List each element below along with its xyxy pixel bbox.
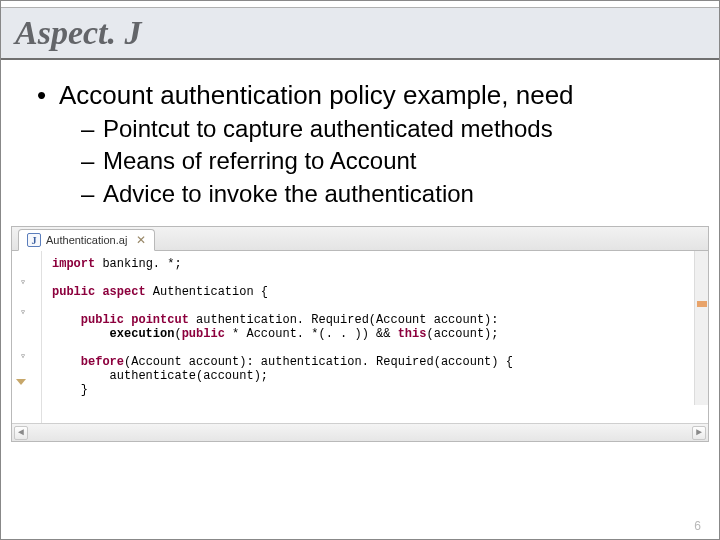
tab-label: Authentication.aj <box>46 234 127 246</box>
dash-icon: – <box>81 145 103 177</box>
scroll-left-button[interactable]: ◄ <box>14 426 28 440</box>
scroll-right-button[interactable]: ► <box>692 426 706 440</box>
code-text: } <box>52 383 88 397</box>
fold-toggle-icon[interactable]: ▿ <box>16 277 30 287</box>
close-icon[interactable]: ✕ <box>132 233 146 247</box>
bullet-text: Account authentication policy example, n… <box>59 78 574 113</box>
advice-marker-icon <box>16 379 26 385</box>
code-text: (account); <box>426 327 498 341</box>
kw-public: public <box>81 313 124 327</box>
editor-body: ▿ ▿ ▿ import banking. *; public aspect A… <box>12 251 708 423</box>
code-editor: J Authentication.aj ✕ ▿ ▿ ▿ import banki… <box>11 226 709 442</box>
kw-public: public <box>52 285 95 299</box>
editor-tab[interactable]: J Authentication.aj ✕ <box>18 229 155 251</box>
title-band: Aspect. J <box>1 7 719 60</box>
kw-public: public <box>182 327 225 341</box>
sub-item: – Advice to invoke the authentication <box>81 178 683 210</box>
slide-body: • Account authentication policy example,… <box>1 60 719 210</box>
sub-text: Advice to invoke the authentication <box>103 178 474 210</box>
overview-ruler <box>694 251 708 405</box>
page-number: 6 <box>694 519 701 533</box>
sub-bullets: – Pointcut to capture authenticated meth… <box>37 113 683 210</box>
editor-gutter: ▿ ▿ ▿ <box>12 251 42 423</box>
kw-this: this <box>398 327 427 341</box>
code-text: Authentication { <box>146 285 268 299</box>
chevron-left-icon: ◄ <box>18 427 24 438</box>
kw-execution: execution <box>110 327 175 341</box>
code-area[interactable]: import banking. *; public aspect Authent… <box>42 251 708 423</box>
bullet-dot: • <box>37 78 59 113</box>
code-text: authenticate(account); <box>52 369 268 383</box>
code-text <box>52 355 81 369</box>
kw-before: before <box>81 355 124 369</box>
code-text: * Account. *(. . )) && <box>225 327 398 341</box>
overview-marker <box>697 301 707 307</box>
sub-item: – Pointcut to capture authenticated meth… <box>81 113 683 145</box>
chevron-right-icon: ► <box>696 427 702 438</box>
code-text: ( <box>174 327 181 341</box>
code-text: (Account account): authentication. Requi… <box>124 355 513 369</box>
code-text: banking. *; <box>95 257 181 271</box>
code-text: authentication. Required(Account account… <box>189 313 499 327</box>
java-file-icon: J <box>27 233 41 247</box>
kw-import: import <box>52 257 95 271</box>
horizontal-scrollbar[interactable]: ◄ ► <box>12 423 708 441</box>
dash-icon: – <box>81 113 103 145</box>
slide-frame: Aspect. J • Account authentication polic… <box>0 0 720 540</box>
editor-tabbar: J Authentication.aj ✕ <box>12 227 708 251</box>
fold-toggle-icon[interactable]: ▿ <box>16 351 30 361</box>
dash-icon: – <box>81 178 103 210</box>
code-text <box>52 313 81 327</box>
kw-aspect: aspect <box>95 285 145 299</box>
slide-title: Aspect. J <box>15 14 705 52</box>
kw-pointcut: pointcut <box>124 313 189 327</box>
sub-text: Means of referring to Account <box>103 145 417 177</box>
sub-item: – Means of referring to Account <box>81 145 683 177</box>
sub-text: Pointcut to capture authenticated method… <box>103 113 553 145</box>
bullet-item: • Account authentication policy example,… <box>37 78 683 113</box>
fold-toggle-icon[interactable]: ▿ <box>16 307 30 317</box>
